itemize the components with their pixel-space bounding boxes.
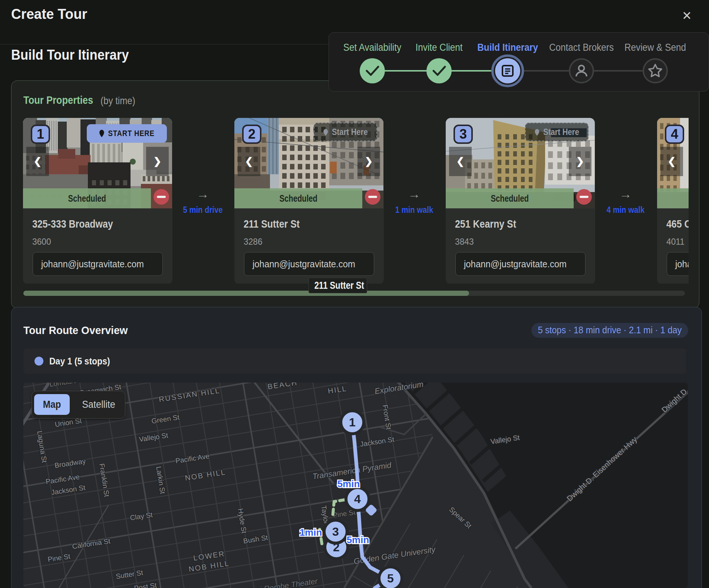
svg-text:1min: 1min xyxy=(300,527,322,538)
svg-text:4: 4 xyxy=(354,492,361,506)
svg-text:5: 5 xyxy=(387,572,394,585)
svg-text:5min: 5min xyxy=(347,534,369,545)
svg-text:3: 3 xyxy=(332,525,339,538)
svg-text:1: 1 xyxy=(349,416,356,429)
svg-text:5min: 5min xyxy=(337,478,360,489)
